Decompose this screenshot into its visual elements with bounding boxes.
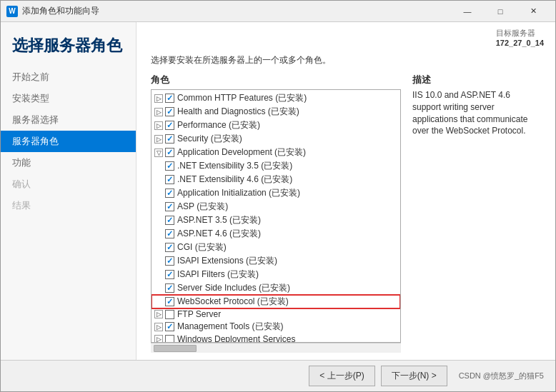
app-icon: W: [6, 6, 18, 17]
expand-icon[interactable]: ▷: [154, 135, 163, 144]
expand-icon[interactable]: ▷: [154, 121, 163, 130]
content-instruction: 选择要安装在所选服务器上的一个或多个角色。: [151, 54, 541, 66]
content-body: 选择要安装在所选服务器上的一个或多个角色。 角色 ▷ Common HTTP F…: [136, 47, 555, 360]
expand-icon[interactable]: ▷: [154, 310, 163, 318]
roles-list-container[interactable]: ▷ Common HTTP Features (已安装) ▷ Health an…: [151, 89, 401, 343]
checkbox[interactable]: [165, 202, 174, 211]
checkbox[interactable]: [165, 189, 174, 198]
list-item[interactable]: ASP.NET 3.5 (已安装): [152, 213, 400, 227]
checkbox[interactable]: [165, 270, 174, 279]
checkbox[interactable]: [165, 335, 174, 343]
checkbox[interactable]: [165, 107, 174, 116]
role-label: Security (已安装): [177, 133, 242, 145]
checkbox[interactable]: [165, 134, 174, 144]
checkbox[interactable]: [165, 216, 174, 225]
expand-icon[interactable]: ▷: [154, 94, 163, 103]
role-label: ISAPI Filters (已安装): [177, 268, 259, 281]
list-item[interactable]: ▽ Application Development (已安装): [152, 146, 400, 159]
list-item[interactable]: .NET Extensibility 4.6 (已安装): [152, 173, 400, 186]
main-container: 选择服务器角色 开始之前 安装类型 服务器选择 服务器角色 功能 确认 结果 目…: [1, 22, 555, 360]
list-item[interactable]: ISAPI Extensions (已安装): [152, 254, 400, 268]
role-label: Windows Deployment Services: [177, 334, 295, 343]
sidebar-item-before-start[interactable]: 开始之前: [1, 66, 136, 88]
checkbox[interactable]: [165, 310, 174, 319]
content-columns: 角色 ▷ Common HTTP Features (已安装) ▷: [151, 74, 541, 353]
list-item[interactable]: Application Initialization (已安装): [152, 186, 400, 200]
checkbox[interactable]: [165, 175, 174, 184]
next-button[interactable]: 下一步(N) >: [381, 366, 447, 386]
minimize-button[interactable]: —: [451, 1, 484, 22]
list-item[interactable]: ▷ FTP Server: [152, 308, 400, 320]
role-label: CGI (已安装): [177, 241, 227, 253]
content-area: 目标服务器 172_27_0_14 选择要安装在所选服务器上的一个或多个角色。 …: [136, 22, 555, 360]
titlebar-buttons: — □ ✕: [451, 1, 550, 22]
sidebar-item-install-type[interactable]: 安装类型: [1, 88, 136, 109]
checkbox[interactable]: [165, 94, 174, 103]
role-label: WebSocket Protocol (已安装): [177, 296, 289, 308]
role-label: Application Development (已安装): [177, 146, 306, 159]
role-label: Management Tools (已安装): [177, 321, 284, 333]
titlebar: W 添加角色和功能向导 — □ ✕: [1, 1, 555, 22]
list-item[interactable]: Server Side Includes (已安装): [152, 281, 400, 295]
description-text: IIS 10.0 and ASP.NET 4.6 support writing…: [412, 89, 541, 137]
roles-list: ▷ Common HTTP Features (已安装) ▷ Health an…: [152, 90, 400, 343]
list-item[interactable]: ASP (已安装): [152, 200, 400, 213]
description-label: 描述: [412, 74, 541, 86]
list-item[interactable]: ▷ Security (已安装): [152, 132, 400, 146]
expand-icon[interactable]: ▷: [154, 323, 163, 331]
target-server-value: 172_27_0_14: [496, 39, 544, 47]
list-item[interactable]: ▷ Management Tools (已安装): [152, 320, 400, 333]
list-item[interactable]: ▷ Performance (已安装): [152, 119, 400, 132]
checkbox[interactable]: [165, 322, 174, 331]
prev-button[interactable]: < 上一步(P): [309, 366, 374, 386]
list-item[interactable]: CGI (已安装): [152, 241, 400, 254]
role-label: .NET Extensibility 4.6 (已安装): [177, 174, 292, 186]
footer: < 上一步(P) 下一步(N) > CSDN @愤怒罗_的猫F5: [1, 360, 555, 391]
content-header: 目标服务器 172_27_0_14: [136, 22, 555, 47]
role-label: Health and Diagnostics (已安装): [177, 106, 299, 118]
sidebar: 选择服务器角色 开始之前 安装类型 服务器选择 服务器角色 功能 确认 结果: [1, 22, 136, 360]
expand-icon[interactable]: ▷: [154, 108, 163, 116]
sidebar-item-confirm: 确认: [1, 174, 136, 195]
checkbox[interactable]: [165, 148, 174, 157]
list-item[interactable]: ▷ Windows Deployment Services: [152, 333, 400, 343]
list-item[interactable]: .NET Extensibility 3.5 (已安装): [152, 159, 400, 173]
scrollbar-thumb[interactable]: [154, 345, 197, 352]
role-label: Application Initialization (已安装): [177, 187, 300, 199]
list-item[interactable]: ▷ Common HTTP Features (已安装): [152, 91, 400, 105]
close-button[interactable]: ✕: [517, 1, 550, 22]
role-label: Performance (已安装): [177, 119, 260, 131]
expand-icon[interactable]: ▷: [154, 335, 163, 343]
maximize-button[interactable]: □: [484, 1, 517, 22]
list-item[interactable]: ▷ Health and Diagnostics (已安装): [152, 105, 400, 119]
sidebar-item-results: 结果: [1, 195, 136, 216]
role-label: ASP.NET 4.6 (已安装): [177, 228, 261, 240]
checkbox[interactable]: [165, 229, 174, 238]
list-item[interactable]: ISAPI Filters (已安装): [152, 268, 400, 281]
sidebar-item-features[interactable]: 功能: [1, 152, 136, 174]
checkbox[interactable]: [165, 121, 174, 130]
roles-panel: 角色 ▷ Common HTTP Features (已安装) ▷: [151, 74, 401, 353]
role-label: ASP (已安装): [177, 201, 228, 213]
scrollbar-horizontal[interactable]: [151, 343, 401, 353]
role-label: .NET Extensibility 3.5 (已安装): [177, 160, 292, 172]
websocket-item[interactable]: WebSocket Protocol (已安装): [152, 295, 400, 308]
checkbox[interactable]: [165, 161, 174, 171]
sidebar-nav: 开始之前 安装类型 服务器选择 服务器角色 功能 确认 结果: [1, 66, 136, 216]
sidebar-item-server-select[interactable]: 服务器选择: [1, 109, 136, 131]
checkbox[interactable]: [165, 297, 174, 306]
description-panel: 描述 IIS 10.0 and ASP.NET 4.6 support writ…: [412, 74, 541, 353]
titlebar-title: 添加角色和功能向导: [22, 5, 451, 17]
list-item[interactable]: ASP.NET 4.6 (已安装): [152, 227, 400, 241]
watermark: CSDN @愤怒罗_的猫F5: [459, 371, 544, 381]
expand-icon[interactable]: ▽: [154, 149, 163, 157]
role-label: Server Side Includes (已安装): [177, 282, 290, 294]
checkbox[interactable]: [165, 283, 174, 293]
checkbox[interactable]: [165, 256, 174, 266]
target-server-label: 目标服务器: [496, 28, 544, 39]
role-label: Common HTTP Features (已安装): [177, 92, 307, 104]
page-title: 选择服务器角色: [1, 29, 136, 66]
sidebar-item-server-roles[interactable]: 服务器角色: [1, 131, 136, 152]
checkbox[interactable]: [165, 243, 174, 252]
role-label: ISAPI Extensions (已安装): [177, 255, 277, 267]
